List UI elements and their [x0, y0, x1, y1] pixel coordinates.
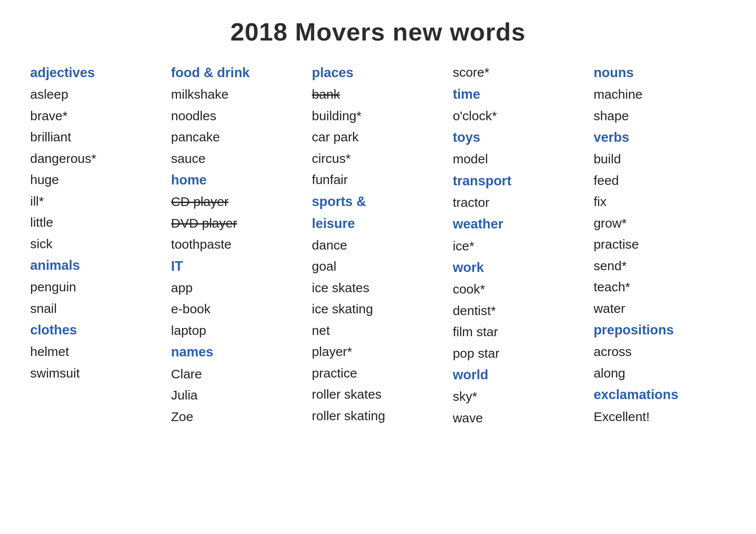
- word-item: app: [171, 277, 303, 299]
- word-item: goal: [312, 256, 444, 277]
- word-item: snail: [30, 298, 162, 319]
- word-item: machine: [594, 84, 726, 105]
- word-item: fix: [594, 191, 726, 212]
- word-item: laptop: [171, 320, 303, 341]
- word-item: roller skates: [312, 384, 444, 405]
- word-item: CD player: [171, 191, 303, 212]
- word-item: toothpaste: [171, 234, 303, 255]
- word-item: model: [453, 148, 585, 170]
- word-item: verbs: [594, 126, 726, 148]
- word-item: Excellent!: [594, 406, 726, 428]
- word-item: toys: [453, 126, 585, 148]
- word-item: film star: [453, 321, 585, 343]
- word-item: work: [453, 256, 585, 278]
- word-item: ice skates: [312, 277, 444, 299]
- word-item: e-book: [171, 298, 303, 320]
- word-item: o'clock*: [453, 105, 585, 127]
- word-item: leisure: [312, 212, 444, 234]
- word-item: nouns: [594, 62, 726, 84]
- word-item: dance: [312, 234, 444, 256]
- word-item: names: [171, 341, 303, 363]
- word-item: ill*: [30, 190, 162, 212]
- word-item: feed: [594, 170, 726, 191]
- word-item: prepositions: [594, 319, 726, 341]
- column-1: adjectivesasleepbrave*brilliantdangerous…: [26, 62, 167, 428]
- word-item: sick: [30, 233, 162, 255]
- word-item: helmet: [30, 341, 162, 362]
- word-item: Clare: [171, 363, 303, 385]
- word-item: practise: [594, 234, 726, 255]
- word-item: water: [594, 298, 726, 319]
- word-item: shape: [594, 105, 726, 127]
- word-item: Julia: [171, 384, 303, 406]
- word-item: ice*: [453, 235, 585, 257]
- word-item: penguin: [30, 276, 162, 298]
- word-item: huge: [30, 169, 162, 190]
- word-item: car park: [312, 126, 444, 148]
- word-item: milkshake: [171, 84, 303, 105]
- word-item: score*: [453, 62, 585, 83]
- word-item: pop star: [453, 343, 585, 364]
- word-item: noodles: [171, 105, 303, 127]
- word-item: time: [453, 83, 585, 105]
- word-item: funfair: [312, 169, 444, 190]
- word-item: tractor: [453, 192, 585, 213]
- column-2: food & drinkmilkshakenoodlespancakesauce…: [167, 62, 308, 428]
- column-4: score*timeo'clock*toysmodeltransporttrac…: [448, 62, 589, 428]
- word-item: wave: [453, 407, 585, 429]
- word-item: exclamations: [594, 384, 726, 406]
- word-item: sauce: [171, 148, 303, 169]
- page-title: 2018 Movers new words: [26, 17, 730, 46]
- word-item: little: [30, 212, 162, 233]
- word-item: player*: [312, 341, 444, 362]
- word-item: sky*: [453, 386, 585, 407]
- word-item: net: [312, 320, 444, 341]
- word-item: circus*: [312, 148, 444, 169]
- word-item: IT: [171, 255, 303, 277]
- word-item: grow*: [594, 212, 726, 234]
- word-item: bank: [312, 84, 444, 105]
- word-item: across: [594, 341, 726, 362]
- word-item: pancake: [171, 126, 303, 148]
- word-item: sports &: [312, 190, 444, 212]
- word-item: home: [171, 169, 303, 191]
- word-item: places: [312, 62, 444, 84]
- word-item: send*: [594, 255, 726, 277]
- word-item: food & drink: [171, 62, 303, 84]
- word-item: dentist*: [453, 300, 585, 322]
- word-grid: adjectivesasleepbrave*brilliantdangerous…: [26, 62, 730, 428]
- word-item: brilliant: [30, 126, 162, 148]
- word-item: Zoe: [171, 406, 303, 428]
- column-5: nounsmachineshapeverbsbuildfeedfixgrow*p…: [589, 62, 730, 428]
- word-item: weather: [453, 213, 585, 235]
- word-item: DVD player: [171, 212, 303, 234]
- word-item: animals: [30, 254, 162, 276]
- word-item: brave*: [30, 105, 162, 127]
- word-item: swimsuit: [30, 362, 162, 384]
- column-3: placesbankbuilding*car parkcircus*funfai…: [308, 62, 449, 428]
- word-item: adjectives: [30, 62, 162, 84]
- word-item: clothes: [30, 319, 162, 341]
- word-item: dangerous*: [30, 148, 162, 169]
- word-item: world: [453, 364, 585, 386]
- word-item: along: [594, 362, 726, 384]
- word-item: building*: [312, 105, 444, 127]
- word-item: build: [594, 148, 726, 170]
- word-item: ice skating: [312, 298, 444, 320]
- word-item: practice: [312, 362, 444, 384]
- word-item: cook*: [453, 278, 585, 300]
- word-item: roller skating: [312, 405, 444, 427]
- word-item: teach*: [594, 276, 726, 298]
- word-item: transport: [453, 170, 585, 192]
- word-item: asleep: [30, 84, 162, 105]
